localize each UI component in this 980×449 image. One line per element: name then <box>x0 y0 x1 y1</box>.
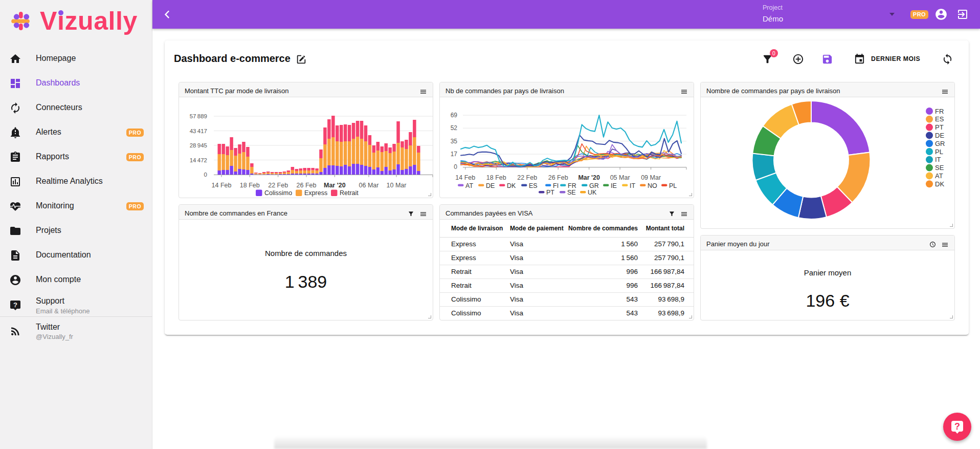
svg-text:28 945: 28 945 <box>190 142 207 148</box>
svg-text:43 417: 43 417 <box>190 128 207 134</box>
svg-text:SE: SE <box>935 164 944 172</box>
svg-text:14 Feb: 14 Feb <box>455 174 475 181</box>
svg-text:UK: UK <box>588 189 597 196</box>
svg-text:AT: AT <box>465 182 473 189</box>
svg-text:22 Feb: 22 Feb <box>517 174 537 181</box>
svg-text:SE: SE <box>567 189 576 196</box>
svg-text:05 Mar: 05 Mar <box>610 174 630 181</box>
svg-text:DK: DK <box>935 180 944 188</box>
svg-text:PT: PT <box>546 189 554 196</box>
svg-text:22 Feb: 22 Feb <box>268 182 288 189</box>
svg-text:GR: GR <box>935 140 945 147</box>
svg-text:26 Feb: 26 Feb <box>297 182 317 189</box>
svg-text:Retrait: Retrait <box>340 189 359 197</box>
svg-text:57 889: 57 889 <box>190 113 207 119</box>
svg-text:09 Mar: 09 Mar <box>641 174 661 181</box>
svg-text:IT: IT <box>630 182 635 189</box>
svg-text:17: 17 <box>451 151 458 158</box>
svg-text:Colissimo: Colissimo <box>264 189 292 197</box>
svg-text:PL: PL <box>935 148 943 156</box>
svg-text:18 Feb: 18 Feb <box>240 182 260 189</box>
svg-text:FR: FR <box>568 182 576 189</box>
svg-text:10 Mar: 10 Mar <box>387 182 407 189</box>
svg-text:GR: GR <box>589 182 599 189</box>
svg-text:ES: ES <box>529 182 538 189</box>
svg-text:DK: DK <box>507 182 516 189</box>
svg-text:FR: FR <box>935 108 944 115</box>
svg-text:IT: IT <box>935 156 941 163</box>
svg-text:Mar '20: Mar '20 <box>578 174 600 181</box>
svg-text:14 Feb: 14 Feb <box>212 182 232 189</box>
svg-text:26 Feb: 26 Feb <box>548 174 568 181</box>
svg-text:06 Mar: 06 Mar <box>359 182 379 189</box>
svg-text:IE: IE <box>611 182 617 189</box>
svg-text:69: 69 <box>451 112 458 119</box>
svg-text:Express: Express <box>304 189 327 197</box>
svg-text:0: 0 <box>204 172 207 178</box>
svg-text:PL: PL <box>669 182 677 189</box>
svg-text:52: 52 <box>451 124 458 132</box>
svg-text:?: ? <box>954 421 960 432</box>
svg-text:FI: FI <box>553 182 559 189</box>
svg-text:Mar '20: Mar '20 <box>324 182 346 189</box>
svg-text:PT: PT <box>935 123 944 131</box>
svg-text:NO: NO <box>648 182 657 189</box>
svg-text:18 Feb: 18 Feb <box>486 174 506 181</box>
svg-text:DE: DE <box>486 182 495 189</box>
svg-text:14 472: 14 472 <box>190 157 207 163</box>
svg-text:?: ? <box>13 301 17 309</box>
svg-text:ES: ES <box>935 115 944 123</box>
svg-text:AT: AT <box>935 172 943 180</box>
svg-text:DE: DE <box>935 132 944 139</box>
svg-text:0: 0 <box>454 163 457 170</box>
svg-text:35: 35 <box>451 138 458 145</box>
